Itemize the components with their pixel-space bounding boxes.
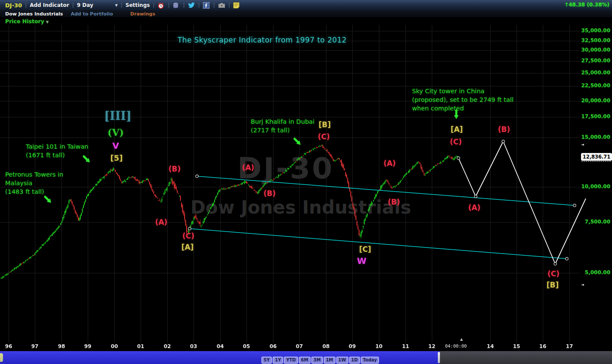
database-icon[interactable] [172, 2, 180, 9]
wave-label: (C) [547, 269, 560, 278]
axis-marker-upper-icon: ◄ [581, 142, 584, 147]
x-axis-label: 99 [84, 343, 92, 349]
separator: | [168, 2, 169, 8]
period-dropdown[interactable]: 9 Day ▼ [77, 2, 118, 8]
range-button-1m[interactable]: 1M [324, 357, 335, 364]
y-axis-label: 15,000.00 [581, 134, 610, 140]
navigator-future-track [440, 351, 612, 364]
y-axis-label: 25,000.00 [581, 70, 610, 76]
range-button-3m[interactable]: 3M [311, 357, 323, 364]
y-axis-label: 22,500.00 [581, 83, 610, 89]
x-axis-label: 01 [137, 343, 145, 349]
separator: | [183, 2, 185, 8]
price-history-dropdown[interactable]: Price History▼ [5, 18, 49, 24]
tower-note: Burj Khalifa in Dubai(2717 ft tall) [251, 117, 314, 135]
tower-note-line: Sky City tower in China [412, 87, 514, 95]
range-button-1w[interactable]: 1W [336, 357, 348, 364]
x-axis-label: 00 [111, 343, 118, 349]
settings-button[interactable]: Settings [126, 2, 150, 8]
tower-note-line: Petronus Towers in [5, 170, 63, 179]
up-arrow-icon: ↑ [564, 2, 569, 8]
tower-note-line: Taipei 101 in Taiwan [26, 142, 89, 151]
x-axis-label: 17 [566, 343, 573, 349]
current-bar-marker-icon: ▲ [460, 337, 463, 341]
alarm-clock-icon[interactable] [157, 2, 165, 9]
sub-toolbar: Dow Jones Industrials Add to Portfolio D… [0, 10, 612, 17]
range-button-5y[interactable]: 5Y [261, 357, 272, 364]
y-axis-label: 5,000.00 [585, 269, 610, 275]
x-axis-label: 98 [58, 343, 65, 349]
tower-note-line: when completed [412, 104, 514, 113]
notes-icon[interactable] [233, 2, 240, 9]
wave-label: [A] [181, 243, 194, 251]
tower-note: Taipei 101 in Taiwan(1671 ft tall) [26, 142, 89, 159]
wave-label: (B) [264, 189, 276, 198]
wave-label: [B] [319, 120, 331, 129]
x-axis-label: 16 [539, 343, 547, 349]
wave-label: (B) [169, 165, 181, 173]
chart-area: DJ-30 Dow Jones Industrials Price Histor… [0, 0, 612, 364]
tower-note: Sky City tower in China(proposed), set t… [412, 87, 514, 113]
separator: | [213, 2, 215, 8]
y-axis-label: 10,000.00 [581, 184, 610, 190]
x-axis-label: 12 [428, 343, 436, 349]
range-button-6m[interactable]: 6M [299, 357, 311, 364]
drawings-link[interactable]: Drawings [130, 11, 155, 17]
x-axis-label: 15 [513, 343, 520, 349]
y-axis-label: 20,000.00 [581, 98, 610, 104]
y-axis: 35,000.0032,500.0030,000.0027,500.0025,0… [581, 0, 612, 351]
price-change-indicator: ↑48.38 (0.38%) [564, 2, 609, 8]
separator: | [228, 2, 230, 8]
wave-label: [B] [547, 281, 559, 289]
navigator-right-handle[interactable] [438, 352, 440, 363]
separator: | [198, 2, 200, 8]
separator: | [121, 2, 123, 8]
wave-label: (C) [450, 138, 462, 146]
wave-label: [III] [104, 109, 131, 122]
wave-label: (B) [498, 125, 511, 134]
chart-title: The Skyscraper Indicator from 1997 to 20… [178, 36, 347, 44]
range-button-today[interactable]: Today [361, 357, 379, 364]
add-to-portfolio-link[interactable]: Add to Portfolio [71, 11, 113, 17]
instrument-name: Dow Jones Industrials [5, 11, 63, 17]
main-toolbar: DJ-30 | Add Indicator | 9 Day ▼ | Settin… [0, 0, 612, 11]
navigator-left-handle[interactable] [0, 353, 3, 362]
range-button-1y[interactable]: 1Y [273, 357, 283, 364]
axis-marker-lower-icon: ◄ [581, 282, 584, 287]
range-button-1d[interactable]: 1D [349, 357, 360, 364]
y-axis-label: 35,000.00 [581, 28, 610, 34]
x-axis-label: 02 [164, 343, 171, 349]
x-axis-label: 14 [487, 343, 494, 349]
range-button-ytd[interactable]: YTD [284, 357, 298, 364]
x-axis-label: 10 [375, 343, 383, 349]
timeline-navigator: 5Y1YYTD6M3M1M1W1DToday [0, 351, 612, 364]
wave-label: V [112, 141, 119, 151]
last-price-badge: 12,836.71 [581, 153, 612, 161]
x-axis-label: 03 [190, 343, 197, 349]
wave-label: (A) [384, 159, 396, 168]
symbol-label: DJ-30 [5, 2, 22, 9]
wave-label: W [357, 256, 366, 266]
y-axis-label: 32,500.00 [581, 37, 610, 43]
x-axis: 969798990001020304050607080910111204:00:… [0, 343, 612, 350]
x-axis-label: 96 [5, 343, 12, 349]
x-axis-label: 09 [349, 343, 356, 349]
wave-label: (V) [108, 127, 124, 138]
camera-icon[interactable] [218, 2, 225, 9]
price-chart-canvas[interactable] [0, 0, 612, 364]
y-axis-label: 7,500.00 [585, 219, 610, 225]
wave-label: (A) [242, 163, 255, 172]
wave-label: (A) [155, 218, 168, 226]
x-axis-label: 07 [296, 343, 303, 349]
twitter-icon[interactable] [188, 2, 195, 9]
price-history-label: Price History [5, 18, 44, 24]
x-axis-label: 05 [243, 343, 250, 349]
y-axis-label: 30,000.00 [581, 47, 610, 53]
x-axis-label: 08 [323, 343, 330, 349]
wave-label: [5] [111, 153, 123, 162]
add-indicator-button[interactable]: Add Indicator [30, 2, 69, 8]
y-axis-label: 17,500.00 [581, 113, 610, 119]
facebook-icon[interactable] [203, 2, 210, 9]
wave-label: (C) [318, 132, 330, 141]
chevron-down-icon: ▼ [115, 3, 118, 7]
